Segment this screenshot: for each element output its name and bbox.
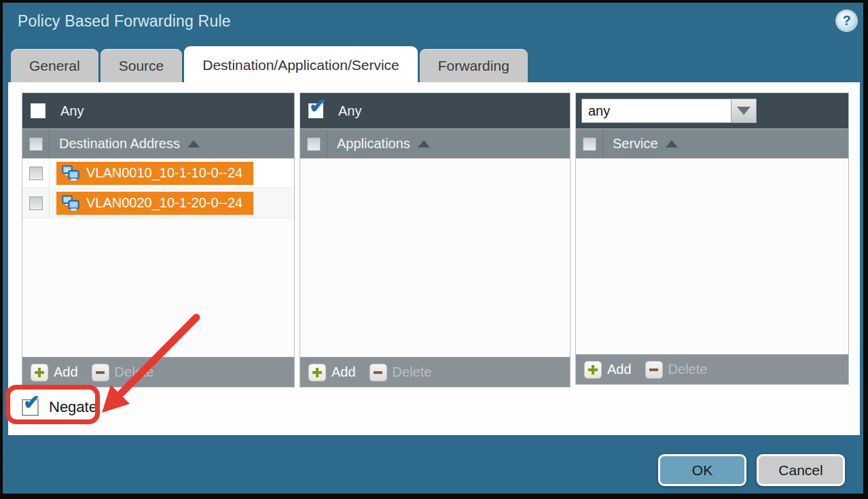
delete-button[interactable]: Delete [92,364,154,381]
network-icon [62,165,80,181]
applications-any-label: Any [338,103,361,119]
add-icon [584,361,602,379]
delete-label: Delete [115,364,154,380]
sort-ascending-icon [187,140,200,148]
applications-any-band: ✔ Any [300,93,570,128]
service-select-all-checkbox[interactable] [583,137,596,151]
service-dropdown-band: any [576,93,848,128]
service-column-header[interactable]: Service [576,128,848,158]
destination-toolbar: Add Delete [22,357,294,387]
service-toolbar: Add Delete [576,354,848,384]
check-icon: ✔ [309,96,326,116]
negate-checkbox[interactable]: ✔ [22,399,39,416]
delete-button[interactable]: Delete [369,364,432,381]
applications-toolbar: Add Delete [300,357,570,387]
destination-any-checkbox[interactable]: ✔ [31,103,46,118]
dropdown-button[interactable] [731,99,757,123]
add-label: Add [331,364,356,380]
applications-column-header[interactable]: Applications [300,128,570,158]
pbf-rule-dialog: Policy Based Forwarding Rule ? General S… [3,3,863,494]
delete-label: Delete [668,362,708,377]
delete-button[interactable]: Delete [645,361,708,379]
add-label: Add [54,364,78,380]
check-icon: ✔ [23,392,40,413]
add-icon [31,364,48,381]
row-checkbox[interactable] [29,167,43,180]
negate-label: Negate [49,398,97,416]
ok-button[interactable]: OK [658,454,746,486]
add-icon [308,364,326,381]
sort-ascending-icon [418,140,430,148]
row-checkbox[interactable] [29,196,43,210]
service-list [576,158,848,354]
sort-ascending-icon [666,140,678,148]
table-row[interactable]: VLAN0020_10-1-20-0--24 [22,188,294,218]
add-label: Add [607,362,632,377]
applications-any-checkbox[interactable]: ✔ [308,103,323,118]
address-object-chip[interactable]: VLAN0020_10-1-20-0--24 [56,192,253,215]
applications-list [300,158,570,357]
service-header-label: Service [613,136,658,152]
delete-icon [645,361,663,379]
delete-icon [369,364,387,381]
tab-forwarding[interactable]: Forwarding [420,49,528,82]
help-icon[interactable]: ? [837,11,856,31]
destination-column-header[interactable]: Destination Address [22,128,294,158]
negate-control: ✔ Negate [22,398,97,416]
cancel-button[interactable]: Cancel [757,454,845,486]
tab-destination-application-service[interactable]: Destination/Application/Service [184,46,418,82]
applications-header-label: Applications [337,136,410,152]
tab-bar: General Source Destination/Application/S… [11,46,530,82]
service-column: any Service Add Delete [575,92,849,385]
address-object-label: VLAN0010_10-1-10-0--24 [86,165,242,181]
tab-general[interactable]: General [11,49,98,82]
chevron-down-icon [737,107,751,115]
destination-select-all-checkbox[interactable] [29,137,43,151]
add-button[interactable]: Add [584,361,632,379]
service-mode-value[interactable]: any [581,99,731,123]
destination-list: VLAN0010_10-1-10-0--24 [22,158,294,357]
destination-header-label: Destination Address [59,136,180,152]
destination-any-label: Any [60,103,84,119]
screenshot-root: Policy Based Forwarding Rule ? General S… [0,0,868,499]
destination-address-column: ✔ Any Destination Address [22,92,295,388]
address-object-chip[interactable]: VLAN0010_10-1-10-0--24 [56,162,253,185]
add-button[interactable]: Add [308,364,356,381]
tab-source[interactable]: Source [101,49,183,82]
dialog-title: Policy Based Forwarding Rule [18,12,231,31]
delete-icon [92,364,109,381]
delete-label: Delete [393,364,432,380]
applications-column: ✔ Any Applications Add Delete [300,92,571,388]
table-row[interactable]: VLAN0010_10-1-10-0--24 [22,158,294,188]
service-mode-dropdown[interactable]: any [581,99,757,123]
applications-select-all-checkbox[interactable] [307,137,321,151]
network-icon [62,195,80,211]
add-button[interactable]: Add [31,364,78,381]
destination-any-band: ✔ Any [22,93,294,128]
address-object-label: VLAN0020_10-1-20-0--24 [86,195,242,211]
